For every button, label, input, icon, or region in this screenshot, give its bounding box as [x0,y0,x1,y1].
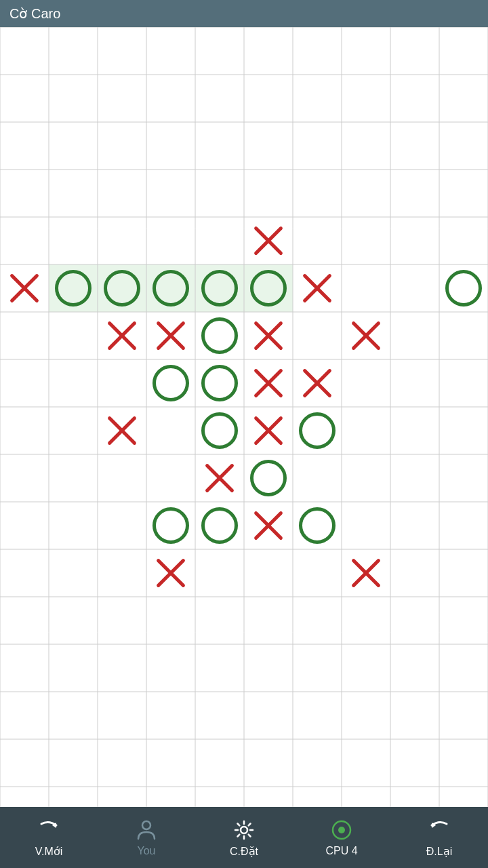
you-label: You [138,845,156,857]
bottom-bar: V.Mới You C.Đặt CPU 4 [0,807,488,868]
person-icon [134,818,159,842]
new-game-button[interactable]: V.Mới [1,818,96,858]
svg-point-1 [142,821,150,829]
app-header: Cờ Caro [0,0,488,27]
undo-button[interactable]: Đ.Lại [392,818,487,858]
undo-label: Đ.Lại [426,845,452,858]
new-game-label: V.Mới [35,845,63,858]
app-title: Cờ Caro [9,5,60,22]
settings-label: C.Đặt [230,845,258,858]
cpu-button[interactable]: CPU 4 [294,818,389,857]
svg-point-2 [241,827,247,833]
game-board[interactable] [0,27,488,834]
undo-right-icon [37,818,61,842]
svg-point-4 [338,827,345,833]
circle-dot-icon [329,818,354,842]
cpu-label: CPU 4 [325,845,357,857]
settings-button[interactable]: C.Đặt [197,818,291,858]
undo-left-icon [427,818,451,842]
gear-icon [232,818,256,842]
you-button[interactable]: You [99,818,194,857]
